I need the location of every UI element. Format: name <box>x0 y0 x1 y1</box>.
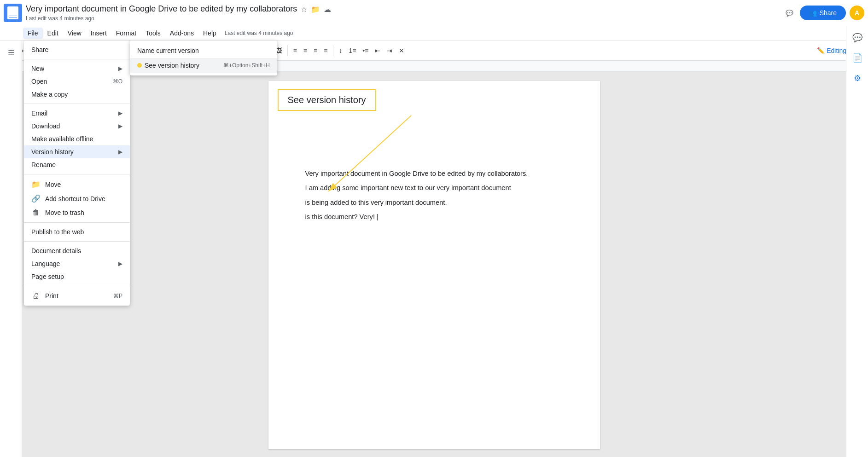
clear-formatting-button[interactable]: ✕ <box>396 45 407 56</box>
doc-line-1: Very important document in Google Drive … <box>305 168 563 179</box>
align-center-button[interactable]: ≡ <box>301 45 310 56</box>
page-setup-label: Page setup <box>31 273 64 280</box>
align-left-button[interactable]: ≡ <box>291 45 300 56</box>
menu-item-print[interactable]: 🖨 Print ⌘P <box>24 289 130 303</box>
menu-item-rename[interactable]: Rename <box>24 158 130 171</box>
dropdown-sep-6 <box>24 286 130 286</box>
move-icon: 📁 <box>31 180 41 189</box>
print-label: Print <box>45 292 58 300</box>
menu-item-move-trash[interactable]: 🗑 Move to trash <box>24 206 130 220</box>
doc-line-2: I am adding some important new text to o… <box>305 183 563 193</box>
cloud-icon[interactable]: ☁ <box>324 5 331 14</box>
doc-area: See version history Very important docum… <box>0 72 868 457</box>
menu-item-email[interactable]: Email ▶ <box>24 107 130 120</box>
new-label: New <box>31 65 44 72</box>
move-label: Move <box>45 181 61 188</box>
download-label: Download <box>31 122 60 130</box>
email-label: Email <box>31 110 47 117</box>
toolbar-sep-6 <box>333 45 333 56</box>
last-edit-menu[interactable]: Last edit was 4 minutes ago <box>225 30 293 36</box>
menu-file[interactable]: File <box>23 28 43 39</box>
top-bar: Very important document in Google Drive … <box>0 0 868 26</box>
see-version-dot <box>137 63 142 68</box>
menu-item-page-setup[interactable]: Page setup <box>24 270 130 283</box>
menu-help[interactable]: Help <box>198 28 221 39</box>
menu-item-download[interactable]: Download ▶ <box>24 120 130 133</box>
dropdown-sep-4 <box>24 222 130 223</box>
menu-insert[interactable]: Insert <box>86 28 111 39</box>
menu-item-doc-details[interactable]: Document details <box>24 244 130 257</box>
line-spacing-button[interactable]: ↕ <box>336 45 345 56</box>
menu-item-make-offline[interactable]: Make available offline <box>24 133 130 145</box>
avatar[interactable]: A <box>850 6 864 20</box>
shortcut-icon: 🔗 <box>31 194 41 203</box>
sidebar-pages-icon[interactable]: 📄 <box>849 50 866 66</box>
version-history-label: Version history <box>31 148 74 156</box>
menu-item-version-history[interactable]: Version history ▶ <box>24 145 130 158</box>
comment-button[interactable]: 💬 <box>783 7 796 19</box>
decrease-indent-button[interactable]: ⇤ <box>372 45 383 56</box>
see-version-label: See version history <box>145 62 199 69</box>
bulleted-list-button[interactable]: •≡ <box>360 45 371 56</box>
pencil-icon: ✏️ <box>817 47 825 54</box>
menu-format[interactable]: Format <box>111 28 141 39</box>
folder-icon[interactable]: 📁 <box>311 5 320 14</box>
open-label: Open <box>31 78 47 85</box>
menu-item-make-copy[interactable]: Make a copy <box>24 88 130 101</box>
trash-icon: 🗑 <box>31 208 41 217</box>
menu-tools[interactable]: Tools <box>141 28 165 39</box>
make-copy-label: Make a copy <box>31 91 68 98</box>
doc-line-3: is being added to this very important do… <box>305 197 563 208</box>
last-edit-text[interactable]: Last edit was 4 minutes ago <box>26 15 94 22</box>
dropdown-sep-5 <box>24 241 130 242</box>
email-arrow: ▶ <box>118 110 122 116</box>
see-version-shortcut: ⌘+Option+Shift+H <box>223 62 270 69</box>
menu-view[interactable]: View <box>63 28 86 39</box>
version-history-arrow: ▶ <box>118 149 122 155</box>
language-label: Language <box>31 260 60 267</box>
menu-item-share[interactable]: Share <box>24 43 130 56</box>
doc-title: Very important document in Google Drive … <box>26 4 297 14</box>
align-right-button[interactable]: ≡ <box>311 45 320 56</box>
submenu-item-see-version[interactable]: See version history ⌘+Option+Shift+H <box>130 58 277 73</box>
sidebar-chat-icon[interactable]: 💬 <box>849 29 866 46</box>
new-arrow: ▶ <box>118 65 122 72</box>
dropdown-sep-1 <box>24 59 130 59</box>
menu-addons[interactable]: Add-ons <box>165 28 198 39</box>
left-sidebar: ☰ <box>0 40 22 457</box>
menu-item-publish[interactable]: Publish to the web <box>24 226 130 238</box>
file-dropdown-menu: Share New ▶ Open ⌘O Make a copy Email ▶ … <box>24 40 130 306</box>
submenu-item-name-version[interactable]: Name current version <box>130 43 277 58</box>
open-shortcut: ⌘O <box>113 78 122 85</box>
move-item-left: 📁 Move <box>31 180 61 189</box>
menu-item-new[interactable]: New ▶ <box>24 62 130 75</box>
name-version-label: Name current version <box>137 47 199 54</box>
menu-item-move[interactable]: 📁 Move <box>24 177 130 191</box>
share-label: Share <box>31 46 48 53</box>
star-icon[interactable]: ☆ <box>301 5 307 14</box>
menu-item-open[interactable]: Open ⌘O <box>24 75 130 88</box>
language-arrow: ▶ <box>118 260 122 267</box>
shortcut-item-left: 🔗 Add shortcut to Drive <box>31 194 105 203</box>
print-icon: 🖨 <box>31 292 41 300</box>
download-arrow: ▶ <box>118 123 122 129</box>
docs-logo <box>4 4 22 22</box>
publish-label: Publish to the web <box>31 228 84 236</box>
toolbar-sep-5 <box>287 45 288 56</box>
outline-icon[interactable]: ☰ <box>3 44 19 61</box>
share-button[interactable]: 👥 Share <box>800 6 846 20</box>
menu-item-language[interactable]: Language ▶ <box>24 257 130 270</box>
increase-indent-button[interactable]: ⇥ <box>384 45 395 56</box>
doc-page: See version history Very important docum… <box>268 81 600 449</box>
numbered-list-button[interactable]: 1≡ <box>346 45 359 56</box>
dropdown-sep-3 <box>24 174 130 174</box>
menu-item-add-shortcut[interactable]: 🔗 Add shortcut to Drive <box>24 191 130 206</box>
sidebar-tools-icon[interactable]: ⚙ <box>849 70 866 87</box>
menu-bar: File Edit View Insert Format Tools Add-o… <box>0 26 868 40</box>
see-version-left: See version history <box>137 62 199 69</box>
menu-edit[interactable]: Edit <box>43 28 63 39</box>
align-justify-button[interactable]: ≡ <box>321 45 330 56</box>
share-icon: 👥 <box>809 9 817 17</box>
rename-label: Rename <box>31 161 56 168</box>
add-shortcut-label: Add shortcut to Drive <box>45 195 105 202</box>
